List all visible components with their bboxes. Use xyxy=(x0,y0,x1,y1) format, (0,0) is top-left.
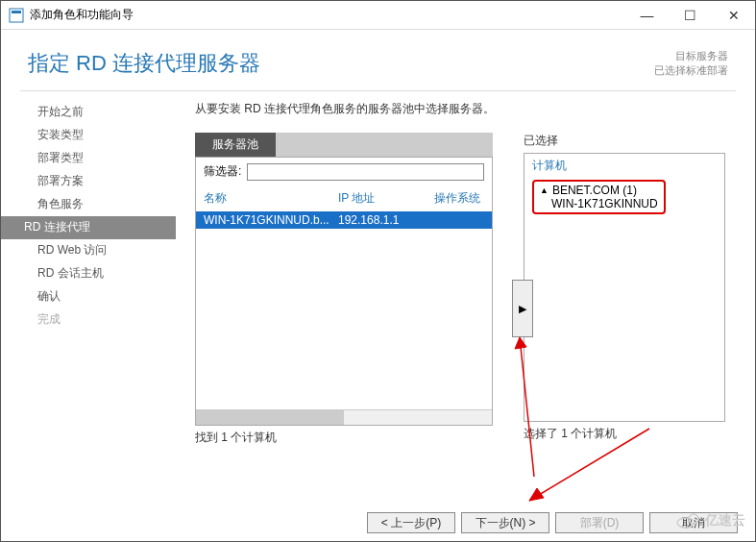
window-title: 添加角色和功能向导 xyxy=(30,7,625,23)
nav-rd-connection-broker[interactable]: RD 连接代理 xyxy=(1,216,176,239)
scrollbar-thumb[interactable] xyxy=(196,410,344,425)
selected-label: 已选择 xyxy=(524,133,725,149)
filter-label: 筛选器: xyxy=(204,163,241,180)
row-os xyxy=(434,213,484,227)
maximize-button[interactable]: ☐ xyxy=(669,1,712,29)
pool-box: 筛选器: 名称 IP 地址 操作系统 WIN-1K71GKINNUD.b... … xyxy=(195,157,493,426)
app-icon xyxy=(9,8,24,23)
nav-deploy-scheme[interactable]: 部署方案 xyxy=(1,170,176,193)
target-server-label: 目标服务器 xyxy=(654,49,728,63)
col-os[interactable]: 操作系统 xyxy=(434,190,484,207)
svg-line-4 xyxy=(529,429,649,501)
nav-rd-session-host[interactable]: RD 会话主机 xyxy=(1,262,176,285)
page-header: 指定 RD 连接代理服务器 目标服务器 已选择标准部署 xyxy=(1,30,755,90)
selected-panel: 已选择 计算机 ▲ BENET.COM (1) WIN-1K71GKINNUD … xyxy=(524,133,725,446)
nav-complete: 完成 xyxy=(1,308,176,332)
found-count: 找到 1 个计算机 xyxy=(195,430,493,446)
domain-node[interactable]: ▲ BENET.COM (1) xyxy=(540,184,658,197)
nav-install-type[interactable]: 安装类型 xyxy=(1,124,176,147)
minimize-button[interactable]: — xyxy=(625,1,669,29)
nav-deploy-type[interactable]: 部署类型 xyxy=(1,147,176,170)
prev-button[interactable]: < 上一步(P) xyxy=(367,512,455,533)
tab-bar: 服务器池 xyxy=(195,133,493,157)
nav-confirm[interactable]: 确认 xyxy=(1,285,176,308)
tab-server-pool[interactable]: 服务器池 xyxy=(195,133,276,157)
nav-before-begin[interactable]: 开始之前 xyxy=(1,101,176,124)
horizontal-scrollbar[interactable] xyxy=(196,409,492,425)
close-button[interactable]: ✕ xyxy=(712,1,755,29)
column-headers: 名称 IP 地址 操作系统 xyxy=(196,186,492,211)
next-button[interactable]: 下一步(N) > xyxy=(461,512,549,533)
page-title: 指定 RD 连接代理服务器 xyxy=(28,49,654,79)
col-name[interactable]: 名称 xyxy=(204,190,338,207)
intro-text: 从要安装 RD 连接代理角色服务的服务器池中选择服务器。 xyxy=(195,101,736,117)
nav-role-service[interactable]: 角色服务 xyxy=(1,193,176,216)
server-node[interactable]: WIN-1K71GKINNUD xyxy=(540,197,658,210)
nav-rd-web-access[interactable]: RD Web 访问 xyxy=(1,239,176,262)
svg-marker-3 xyxy=(515,337,526,349)
header-meta: 目标服务器 已选择标准部署 xyxy=(654,49,728,79)
row-name: WIN-1K71GKINNUD.b... xyxy=(204,213,338,227)
watermark-text: 亿速云 xyxy=(705,512,745,530)
filter-input[interactable] xyxy=(247,163,484,181)
svg-marker-5 xyxy=(529,488,544,501)
deployment-label: 已选择标准部署 xyxy=(654,63,728,78)
watermark: 亿速云 xyxy=(676,512,745,530)
server-pool-panel: 服务器池 筛选器: 名称 IP 地址 操作系统 WIN-1K71GKINNUD.… xyxy=(195,133,493,446)
svg-rect-1 xyxy=(12,11,21,13)
sidebar-nav: 开始之前 安装类型 部署类型 部署方案 角色服务 RD 连接代理 RD Web … xyxy=(1,91,176,495)
deploy-button: 部署(D) xyxy=(555,512,644,533)
col-ip[interactable]: IP 地址 xyxy=(338,190,434,207)
annotation-arrow-2 xyxy=(520,424,654,510)
window-controls: — ☐ ✕ xyxy=(625,1,755,29)
selected-box: 计算机 ▲ BENET.COM (1) WIN-1K71GKINNUD xyxy=(524,153,725,422)
server-row[interactable]: WIN-1K71GKINNUD.b... 192.168.1.1 xyxy=(196,211,492,229)
computer-header: 计算机 xyxy=(532,158,717,174)
watermark-icon xyxy=(676,513,701,529)
selected-highlight: ▲ BENET.COM (1) WIN-1K71GKINNUD xyxy=(532,180,666,214)
expand-icon: ▲ xyxy=(540,185,549,195)
title-bar: 添加角色和功能向导 — ☐ ✕ xyxy=(1,1,755,30)
domain-name: BENET.COM (1) xyxy=(552,184,637,197)
row-ip: 192.168.1.1 xyxy=(338,213,434,227)
